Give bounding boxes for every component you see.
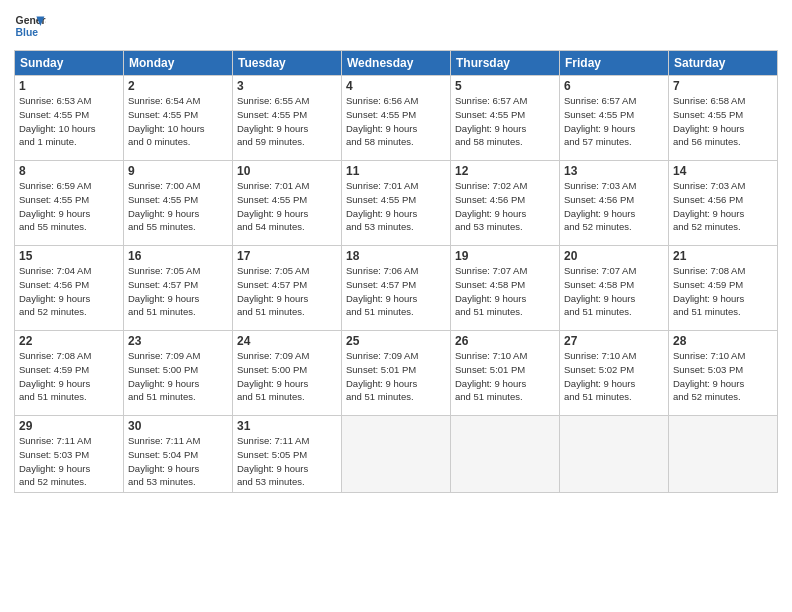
day-cell-11: 11Sunrise: 7:01 AM Sunset: 4:55 PM Dayli… xyxy=(342,161,451,246)
day-info: Sunrise: 6:55 AM Sunset: 4:55 PM Dayligh… xyxy=(237,94,337,149)
day-number: 2 xyxy=(128,79,228,93)
day-cell-19: 19Sunrise: 7:07 AM Sunset: 4:58 PM Dayli… xyxy=(451,246,560,331)
day-info: Sunrise: 7:00 AM Sunset: 4:55 PM Dayligh… xyxy=(128,179,228,234)
day-cell-27: 27Sunrise: 7:10 AM Sunset: 5:02 PM Dayli… xyxy=(560,331,669,416)
day-info: Sunrise: 7:07 AM Sunset: 4:58 PM Dayligh… xyxy=(564,264,664,319)
empty-cell xyxy=(560,416,669,493)
day-cell-3: 3Sunrise: 6:55 AM Sunset: 4:55 PM Daylig… xyxy=(233,76,342,161)
week-row-4: 22Sunrise: 7:08 AM Sunset: 4:59 PM Dayli… xyxy=(15,331,778,416)
day-number: 1 xyxy=(19,79,119,93)
weekday-thursday: Thursday xyxy=(451,51,560,76)
day-info: Sunrise: 7:03 AM Sunset: 4:56 PM Dayligh… xyxy=(564,179,664,234)
weekday-sunday: Sunday xyxy=(15,51,124,76)
logo-icon: General Blue xyxy=(14,10,46,42)
day-number: 8 xyxy=(19,164,119,178)
day-number: 7 xyxy=(673,79,773,93)
week-row-3: 15Sunrise: 7:04 AM Sunset: 4:56 PM Dayli… xyxy=(15,246,778,331)
day-info: Sunrise: 7:02 AM Sunset: 4:56 PM Dayligh… xyxy=(455,179,555,234)
day-info: Sunrise: 7:11 AM Sunset: 5:03 PM Dayligh… xyxy=(19,434,119,489)
day-cell-4: 4Sunrise: 6:56 AM Sunset: 4:55 PM Daylig… xyxy=(342,76,451,161)
day-number: 17 xyxy=(237,249,337,263)
calendar-table: SundayMondayTuesdayWednesdayThursdayFrid… xyxy=(14,50,778,493)
day-info: Sunrise: 7:09 AM Sunset: 5:01 PM Dayligh… xyxy=(346,349,446,404)
day-info: Sunrise: 7:04 AM Sunset: 4:56 PM Dayligh… xyxy=(19,264,119,319)
day-info: Sunrise: 7:05 AM Sunset: 4:57 PM Dayligh… xyxy=(128,264,228,319)
day-info: Sunrise: 7:11 AM Sunset: 5:05 PM Dayligh… xyxy=(237,434,337,489)
day-cell-21: 21Sunrise: 7:08 AM Sunset: 4:59 PM Dayli… xyxy=(669,246,778,331)
day-number: 5 xyxy=(455,79,555,93)
day-info: Sunrise: 6:53 AM Sunset: 4:55 PM Dayligh… xyxy=(19,94,119,149)
day-cell-22: 22Sunrise: 7:08 AM Sunset: 4:59 PM Dayli… xyxy=(15,331,124,416)
day-cell-14: 14Sunrise: 7:03 AM Sunset: 4:56 PM Dayli… xyxy=(669,161,778,246)
weekday-header-row: SundayMondayTuesdayWednesdayThursdayFrid… xyxy=(15,51,778,76)
day-info: Sunrise: 7:05 AM Sunset: 4:57 PM Dayligh… xyxy=(237,264,337,319)
day-number: 3 xyxy=(237,79,337,93)
day-number: 15 xyxy=(19,249,119,263)
day-cell-1: 1Sunrise: 6:53 AM Sunset: 4:55 PM Daylig… xyxy=(15,76,124,161)
day-cell-30: 30Sunrise: 7:11 AM Sunset: 5:04 PM Dayli… xyxy=(124,416,233,493)
day-cell-13: 13Sunrise: 7:03 AM Sunset: 4:56 PM Dayli… xyxy=(560,161,669,246)
logo: General Blue xyxy=(14,10,46,42)
day-cell-29: 29Sunrise: 7:11 AM Sunset: 5:03 PM Dayli… xyxy=(15,416,124,493)
day-cell-18: 18Sunrise: 7:06 AM Sunset: 4:57 PM Dayli… xyxy=(342,246,451,331)
day-number: 16 xyxy=(128,249,228,263)
day-cell-24: 24Sunrise: 7:09 AM Sunset: 5:00 PM Dayli… xyxy=(233,331,342,416)
day-number: 28 xyxy=(673,334,773,348)
day-cell-17: 17Sunrise: 7:05 AM Sunset: 4:57 PM Dayli… xyxy=(233,246,342,331)
day-info: Sunrise: 7:07 AM Sunset: 4:58 PM Dayligh… xyxy=(455,264,555,319)
header: General Blue xyxy=(14,10,778,42)
weekday-saturday: Saturday xyxy=(669,51,778,76)
day-cell-6: 6Sunrise: 6:57 AM Sunset: 4:55 PM Daylig… xyxy=(560,76,669,161)
day-cell-5: 5Sunrise: 6:57 AM Sunset: 4:55 PM Daylig… xyxy=(451,76,560,161)
week-row-1: 1Sunrise: 6:53 AM Sunset: 4:55 PM Daylig… xyxy=(15,76,778,161)
day-info: Sunrise: 7:09 AM Sunset: 5:00 PM Dayligh… xyxy=(237,349,337,404)
day-cell-15: 15Sunrise: 7:04 AM Sunset: 4:56 PM Dayli… xyxy=(15,246,124,331)
weekday-tuesday: Tuesday xyxy=(233,51,342,76)
day-cell-31: 31Sunrise: 7:11 AM Sunset: 5:05 PM Dayli… xyxy=(233,416,342,493)
day-number: 24 xyxy=(237,334,337,348)
weekday-friday: Friday xyxy=(560,51,669,76)
day-info: Sunrise: 6:57 AM Sunset: 4:55 PM Dayligh… xyxy=(455,94,555,149)
day-number: 29 xyxy=(19,419,119,433)
day-info: Sunrise: 6:54 AM Sunset: 4:55 PM Dayligh… xyxy=(128,94,228,149)
day-cell-8: 8Sunrise: 6:59 AM Sunset: 4:55 PM Daylig… xyxy=(15,161,124,246)
day-info: Sunrise: 6:57 AM Sunset: 4:55 PM Dayligh… xyxy=(564,94,664,149)
day-cell-20: 20Sunrise: 7:07 AM Sunset: 4:58 PM Dayli… xyxy=(560,246,669,331)
day-cell-23: 23Sunrise: 7:09 AM Sunset: 5:00 PM Dayli… xyxy=(124,331,233,416)
weekday-wednesday: Wednesday xyxy=(342,51,451,76)
day-info: Sunrise: 7:10 AM Sunset: 5:03 PM Dayligh… xyxy=(673,349,773,404)
day-cell-7: 7Sunrise: 6:58 AM Sunset: 4:55 PM Daylig… xyxy=(669,76,778,161)
day-cell-25: 25Sunrise: 7:09 AM Sunset: 5:01 PM Dayli… xyxy=(342,331,451,416)
day-cell-2: 2Sunrise: 6:54 AM Sunset: 4:55 PM Daylig… xyxy=(124,76,233,161)
day-number: 23 xyxy=(128,334,228,348)
day-number: 22 xyxy=(19,334,119,348)
day-number: 9 xyxy=(128,164,228,178)
day-info: Sunrise: 7:01 AM Sunset: 4:55 PM Dayligh… xyxy=(346,179,446,234)
day-number: 12 xyxy=(455,164,555,178)
day-number: 18 xyxy=(346,249,446,263)
day-cell-26: 26Sunrise: 7:10 AM Sunset: 5:01 PM Dayli… xyxy=(451,331,560,416)
day-info: Sunrise: 7:11 AM Sunset: 5:04 PM Dayligh… xyxy=(128,434,228,489)
day-number: 26 xyxy=(455,334,555,348)
day-number: 10 xyxy=(237,164,337,178)
day-info: Sunrise: 6:58 AM Sunset: 4:55 PM Dayligh… xyxy=(673,94,773,149)
day-number: 25 xyxy=(346,334,446,348)
day-number: 6 xyxy=(564,79,664,93)
day-info: Sunrise: 7:10 AM Sunset: 5:01 PM Dayligh… xyxy=(455,349,555,404)
day-info: Sunrise: 7:03 AM Sunset: 4:56 PM Dayligh… xyxy=(673,179,773,234)
week-row-2: 8Sunrise: 6:59 AM Sunset: 4:55 PM Daylig… xyxy=(15,161,778,246)
empty-cell xyxy=(451,416,560,493)
day-info: Sunrise: 7:06 AM Sunset: 4:57 PM Dayligh… xyxy=(346,264,446,319)
day-info: Sunrise: 7:08 AM Sunset: 4:59 PM Dayligh… xyxy=(673,264,773,319)
day-cell-12: 12Sunrise: 7:02 AM Sunset: 4:56 PM Dayli… xyxy=(451,161,560,246)
day-number: 31 xyxy=(237,419,337,433)
day-number: 11 xyxy=(346,164,446,178)
weekday-monday: Monday xyxy=(124,51,233,76)
svg-text:Blue: Blue xyxy=(16,27,39,38)
day-number: 14 xyxy=(673,164,773,178)
day-cell-10: 10Sunrise: 7:01 AM Sunset: 4:55 PM Dayli… xyxy=(233,161,342,246)
day-info: Sunrise: 7:01 AM Sunset: 4:55 PM Dayligh… xyxy=(237,179,337,234)
week-row-5: 29Sunrise: 7:11 AM Sunset: 5:03 PM Dayli… xyxy=(15,416,778,493)
day-info: Sunrise: 7:09 AM Sunset: 5:00 PM Dayligh… xyxy=(128,349,228,404)
day-number: 4 xyxy=(346,79,446,93)
